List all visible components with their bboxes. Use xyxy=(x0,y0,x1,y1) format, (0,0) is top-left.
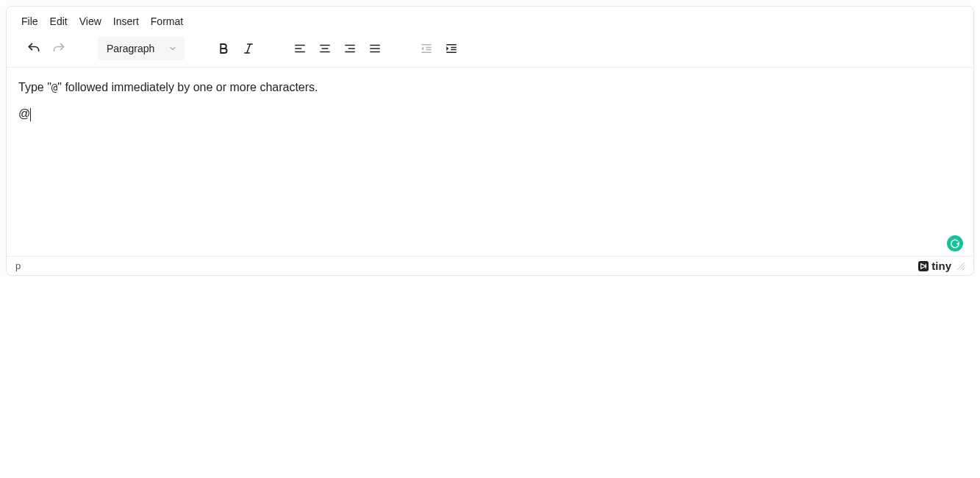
grammarly-icon xyxy=(950,238,960,249)
content-line-2: @ xyxy=(18,106,962,122)
text-segment: " followed immediately by one or more ch… xyxy=(57,81,318,93)
menu-file[interactable]: File xyxy=(21,13,38,30)
italic-button[interactable] xyxy=(236,36,261,61)
align-center-button[interactable] xyxy=(312,36,337,61)
svg-line-2 xyxy=(247,44,251,53)
resize-icon xyxy=(956,261,966,271)
italic-icon xyxy=(242,42,255,55)
text-style-group xyxy=(207,36,265,61)
menu-view[interactable]: View xyxy=(79,13,101,30)
grammarly-badge[interactable] xyxy=(947,235,963,252)
indent-button[interactable] xyxy=(439,36,464,61)
redo-icon xyxy=(51,41,66,56)
history-group xyxy=(17,36,76,61)
align-right-icon xyxy=(343,42,357,55)
redo-button[interactable] xyxy=(46,36,71,61)
typed-text: @ xyxy=(18,107,30,120)
chevron-down-icon xyxy=(168,44,177,53)
bold-icon xyxy=(217,42,230,55)
element-path[interactable]: p xyxy=(15,260,21,271)
align-justify-icon xyxy=(368,42,382,55)
align-left-icon xyxy=(293,42,307,55)
indent-group xyxy=(409,36,468,61)
indent-icon xyxy=(445,42,458,55)
editor-container: File Edit View Insert Format Paragraph xyxy=(6,6,974,276)
svg-line-23 xyxy=(959,265,965,270)
editor-content[interactable]: Type "@" followed immediately by one or … xyxy=(7,68,973,256)
content-line-1: Type "@" followed immediately by one or … xyxy=(18,79,962,96)
svg-line-24 xyxy=(962,267,965,270)
align-justify-button[interactable] xyxy=(362,36,387,61)
tiny-mark-icon xyxy=(918,261,929,271)
tiny-brand-text: tiny xyxy=(931,260,951,272)
menu-edit[interactable]: Edit xyxy=(50,13,68,30)
resize-handle[interactable] xyxy=(956,261,966,271)
menu-insert[interactable]: Insert xyxy=(113,13,139,30)
align-left-button[interactable] xyxy=(287,36,312,61)
block-format-select[interactable]: Paragraph xyxy=(98,37,185,60)
block-format-label: Paragraph xyxy=(107,43,154,54)
align-right-button[interactable] xyxy=(337,36,362,61)
menubar: File Edit View Insert Format xyxy=(7,7,973,33)
menu-format[interactable]: Format xyxy=(151,13,183,30)
statusbar: p tiny xyxy=(7,256,973,275)
align-center-icon xyxy=(318,42,332,55)
text-segment: Type " xyxy=(18,81,51,93)
bold-button[interactable] xyxy=(211,36,236,61)
outdent-button[interactable] xyxy=(414,36,439,61)
alignment-group xyxy=(283,36,392,61)
code-segment: @ xyxy=(51,82,57,93)
outdent-icon xyxy=(420,42,433,55)
undo-button[interactable] xyxy=(21,36,46,61)
text-caret xyxy=(30,108,31,121)
undo-icon xyxy=(26,41,41,56)
tiny-branding[interactable]: tiny xyxy=(918,260,951,272)
toolbar: Paragraph xyxy=(7,33,973,68)
